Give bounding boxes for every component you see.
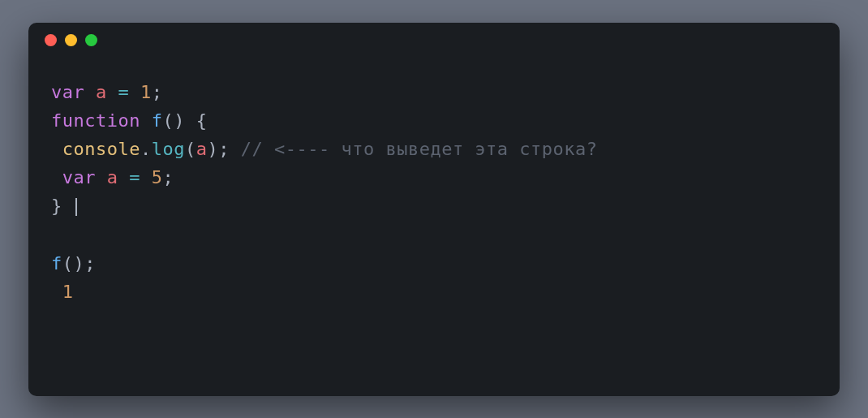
brace-close: }: [51, 196, 62, 216]
method-log: log: [152, 139, 185, 159]
keyword-var: var: [62, 167, 96, 187]
object-console: console: [62, 139, 140, 159]
function-call: f: [51, 253, 62, 274]
brace-open: {: [196, 110, 208, 131]
keyword-function: function: [51, 110, 140, 131]
close-icon[interactable]: [45, 34, 57, 46]
comment: // <---- что выведет эта строка?: [241, 139, 598, 159]
number-literal: 1: [140, 82, 152, 102]
parens: (): [62, 253, 85, 274]
variable-a: a: [107, 167, 118, 187]
titlebar: [28, 23, 840, 58]
variable-a: a: [96, 82, 107, 102]
operator-equals: =: [129, 167, 140, 187]
code-editor[interactable]: var a = 1; function f() { console.log(a)…: [28, 58, 840, 326]
argument-a: a: [196, 139, 208, 159]
semicolon: ;: [84, 253, 96, 274]
minimize-icon[interactable]: [65, 34, 77, 46]
parens: (): [162, 110, 185, 131]
operator-equals: =: [118, 82, 130, 102]
semicolon: ;: [218, 139, 230, 159]
semicolon: ;: [152, 82, 163, 102]
number-literal: 5: [152, 167, 163, 187]
output-value: 1: [62, 282, 74, 302]
keyword-var: var: [51, 82, 84, 102]
dot: .: [140, 139, 152, 159]
semicolon: ;: [163, 167, 174, 187]
paren-open: (: [185, 139, 196, 159]
maximize-icon[interactable]: [85, 34, 97, 46]
function-name: f: [152, 110, 163, 131]
code-window: var a = 1; function f() { console.log(a)…: [28, 23, 840, 396]
cursor-icon: [75, 198, 77, 216]
paren-close: ): [207, 139, 218, 159]
